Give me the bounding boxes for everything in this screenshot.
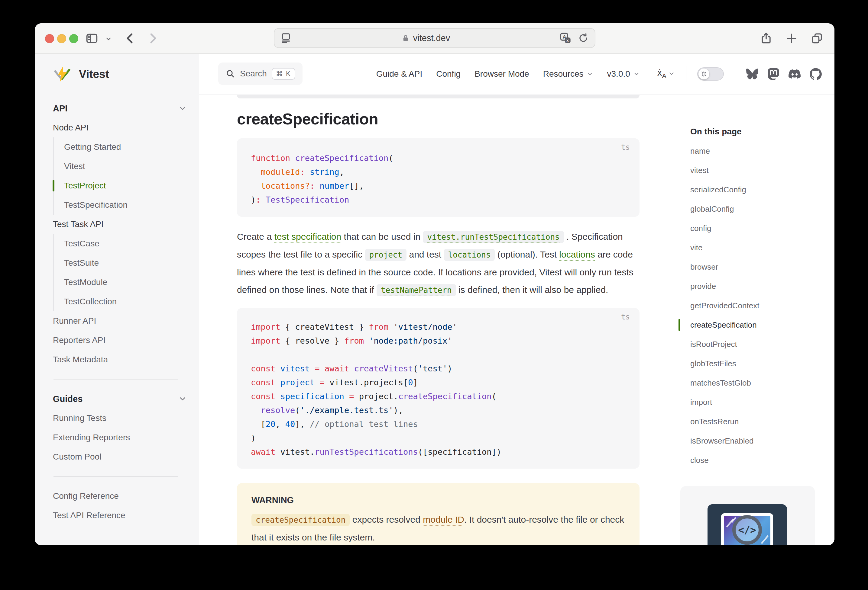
toc-item-provide[interactable]: provide [690,277,759,296]
link-test-specification[interactable]: test specification [274,232,341,241]
search-button[interactable]: Search ⌘ K [218,62,303,85]
sidebar-item-task-metadata[interactable]: Task Metadata [35,350,199,369]
nav-link-browser-mode[interactable]: Browser Mode [474,69,529,79]
code-lang-badge: ts [621,313,630,321]
search-shortcut: ⌘ K [272,68,295,80]
sidebar-item-testspecification[interactable]: TestSpecification [53,195,199,215]
bluesky-icon[interactable] [746,68,758,80]
nav-link-guide-api[interactable]: Guide & API [376,69,422,79]
reader-icon [280,32,292,44]
new-tab-button[interactable] [785,32,798,45]
warning-callout: WARNING createSpecification expects reso… [237,483,639,545]
toc-item-globtestfiles[interactable]: globTestFiles [690,354,759,373]
sidebar-section-guides[interactable]: Guides [35,389,199,409]
share-icon [760,32,773,45]
search-icon [226,69,235,78]
sidebar-item-vitest[interactable]: Vitest [53,157,199,176]
toc-item-globalconfig[interactable]: globalConfig [690,199,759,219]
sidebar-item-runner-api[interactable]: Runner API [35,311,199,331]
github-icon[interactable] [810,68,822,80]
warning-text: expects resolved [350,515,423,524]
warning-code-createspecification: createSpecification [251,514,350,526]
docs-navbar: Search ⌘ K Guide & APIConfigBrowser Mode… [199,53,834,95]
nav-link-resources[interactable]: Resources [543,69,593,79]
url-bar-actions: A x [559,32,589,44]
forward-button[interactable] [145,31,160,46]
link-testnamepattern[interactable]: testNamePattern [376,284,456,296]
code-line: import { createVitest } from 'vitest/nod… [251,320,626,334]
browser-window: vitest.dev A x [35,23,834,545]
minimize-button[interactable] [57,34,66,43]
chevron-down-icon [105,35,112,43]
close-button[interactable] [45,34,54,43]
toc-item-vitest[interactable]: vitest [690,160,759,180]
sidebar-group-test-task-api: Test Task API [35,215,199,234]
toolbar-right-actions [760,23,824,53]
link-vitest-runtestspecifications[interactable]: vitest.runTestSpecifications [423,231,564,243]
url-bar[interactable]: vitest.dev A x [274,28,595,48]
toc-item-name[interactable]: name [690,141,759,160]
nav-links: Guide & APIConfigBrowser ModeResourcesv3… [376,69,640,79]
sidebar-item-testproject[interactable]: TestProject [53,176,199,195]
paragraph-code-project: project [365,249,407,261]
sidebar-item-testcase[interactable]: TestCase [53,234,199,253]
toc-item-browser[interactable]: browser [690,257,759,277]
theme-toggle[interactable] [697,67,724,81]
sidebar-item-testmodule[interactable]: TestModule [53,273,199,292]
link-locations[interactable]: locations [559,249,595,259]
toc-item-config[interactable]: config [690,219,759,238]
code-line [251,348,626,362]
nav-link-config[interactable]: Config [436,69,461,79]
sidebar-section-api[interactable]: API [35,99,199,118]
link-module-id[interactable]: module ID [423,515,464,524]
toc-item-createspecification[interactable]: createSpecification [690,315,759,334]
url-text: vitest.dev [413,33,450,43]
sidebar-item-testcollection[interactable]: TestCollection [53,292,199,311]
magnifier-icon: </> [732,515,762,545]
paragraph-code-locations: locations [444,249,495,261]
language-menu[interactable]: ẋ A [657,68,675,80]
code-lang-badge: ts [621,143,630,152]
toc-item-getprovidedcontext[interactable]: getProvidedContext [690,296,759,315]
reload-icon[interactable] [577,32,589,44]
code-line: ) [251,431,626,445]
mastodon-icon[interactable] [768,68,779,80]
toc-item-import[interactable]: import [690,393,759,412]
discord-icon[interactable] [788,68,801,80]
sidebar-item-extending-reporters[interactable]: Extending Reporters [35,428,199,447]
share-button[interactable] [760,32,773,45]
toc-item-vite[interactable]: vite [690,238,759,257]
sidebar-toggle-button[interactable] [85,31,99,45]
sidebar-item-reporters-api[interactable]: Reporters API [35,331,199,350]
code-line: const specification = project.createSpec… [251,390,626,403]
sidebar-item-testsuite[interactable]: TestSuite [53,253,199,273]
toc-item-isbrowserenabled[interactable]: isBrowserEnabled [690,431,759,450]
back-button[interactable] [123,31,137,46]
nav-link-label: Resources [543,69,584,79]
sidebar-item-config-reference[interactable]: Config Reference [35,486,199,506]
sidebar-item-getting-started[interactable]: Getting Started [53,137,199,157]
sidebar-divider [53,93,178,93]
toc-item-serializedconfig[interactable]: serializedConfig [690,180,759,199]
nav-link-label: v3.0.0 [607,69,630,79]
sidebar-item-running-tests[interactable]: Running Tests [35,409,199,428]
tab-overview-button[interactable] [810,32,824,45]
sidebar-item-custom-pool[interactable]: Custom Pool [35,447,199,466]
toc-item-isrootproject[interactable]: isRootProject [690,334,759,354]
nav-link-v3-0-0[interactable]: v3.0.0 [607,69,640,79]
toc-item-matchestestglob[interactable]: matchesTestGlob [690,373,759,393]
toolbar-chevron-button[interactable] [105,35,112,43]
toc-item-close[interactable]: close [690,450,759,470]
window-controls [45,34,78,43]
warning-text: createSpecification expects resolved mod… [251,511,625,545]
translate-icon[interactable]: A x [559,32,572,44]
vitest-logo[interactable]: Vitest [53,65,109,84]
description-paragraph: Create a test specification that can be … [237,228,639,299]
sidebar-nav: APINode APIGetting StartedVitestTestProj… [35,99,199,525]
toc-item-ontestsrerun[interactable]: onTestsRerun [690,412,759,431]
plus-icon [785,32,798,45]
sponsor-ad[interactable]: </> [680,486,815,545]
sidebar-item-test-api-reference[interactable]: Test API Reference [35,506,199,525]
paragraph-text: that can be used in [341,232,423,241]
zoom-button[interactable] [69,34,78,43]
